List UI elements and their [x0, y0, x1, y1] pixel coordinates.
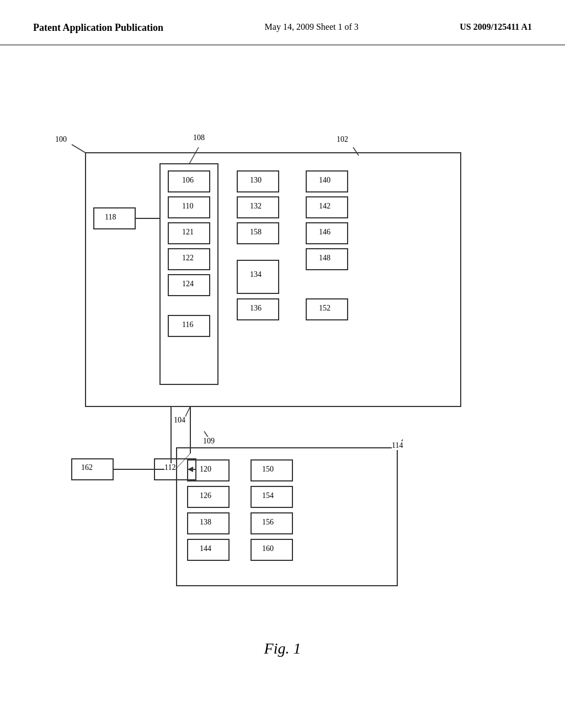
svg-line-38 — [72, 144, 86, 153]
diagram-area: 100 108 102 106 110 121 122 124 116 130 … — [0, 45, 565, 679]
label-116: 116 — [182, 320, 193, 329]
label-106: 106 — [182, 176, 194, 185]
svg-line-41 — [185, 406, 190, 417]
label-104: 104 — [174, 416, 185, 425]
label-120: 120 — [200, 465, 211, 474]
label-122: 122 — [182, 254, 194, 263]
label-138: 138 — [200, 518, 211, 527]
label-144: 144 — [200, 544, 211, 553]
figure-caption: Fig. 1 — [264, 640, 301, 657]
label-154: 154 — [262, 491, 274, 500]
svg-marker-35 — [188, 467, 193, 472]
label-160: 160 — [262, 544, 274, 553]
svg-line-39 — [189, 147, 199, 164]
header-patent-number: US 2009/125411 A1 — [460, 22, 532, 32]
label-112: 112 — [164, 463, 175, 472]
label-121: 121 — [182, 228, 194, 237]
label-126: 126 — [200, 491, 211, 500]
label-100: 100 — [55, 135, 67, 144]
label-110: 110 — [182, 202, 193, 211]
svg-rect-2 — [160, 164, 218, 384]
svg-line-40 — [353, 147, 359, 156]
label-150: 150 — [262, 465, 274, 474]
label-124: 124 — [182, 280, 194, 288]
page-header: Patent Application Publication May 14, 2… — [0, 0, 565, 45]
label-134: 134 — [250, 270, 262, 279]
label-158: 158 — [250, 228, 262, 237]
label-118: 118 — [105, 213, 116, 222]
label-108: 108 — [193, 133, 205, 142]
header-publication-type: Patent Application Publication — [33, 22, 163, 34]
label-152: 152 — [319, 304, 331, 313]
header-date-sheet: May 14, 2009 Sheet 1 of 3 — [265, 22, 359, 32]
label-136: 136 — [250, 304, 262, 313]
label-132: 132 — [250, 202, 262, 211]
label-130: 130 — [250, 176, 262, 185]
label-109: 109 — [203, 437, 215, 446]
label-114: 114 — [392, 441, 403, 450]
label-140: 140 — [319, 176, 331, 185]
diagram-svg — [0, 45, 565, 679]
svg-line-32 — [175, 453, 190, 469]
label-156: 156 — [262, 518, 274, 527]
svg-rect-0 — [86, 153, 461, 406]
label-142: 142 — [319, 202, 331, 211]
label-162: 162 — [81, 463, 93, 472]
label-102: 102 — [337, 135, 348, 144]
label-148: 148 — [319, 254, 331, 263]
label-146: 146 — [319, 228, 331, 237]
